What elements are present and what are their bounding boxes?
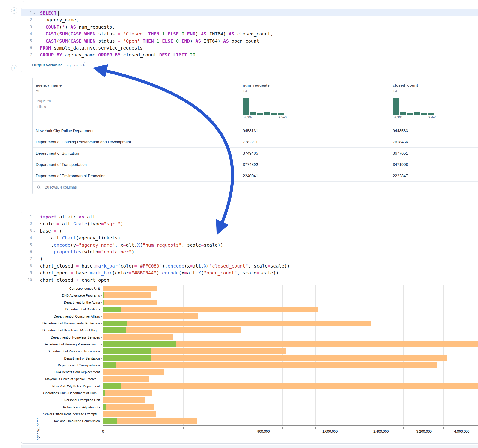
line-number: 6 [24, 44, 32, 51]
search-icon[interactable] [37, 185, 41, 190]
code-token: (y [70, 242, 76, 248]
code-token: ). [157, 270, 162, 276]
code-token: status [95, 38, 118, 44]
code-token: ORDER BY [98, 52, 120, 58]
gridline [462, 285, 462, 425]
code-token: import [40, 214, 57, 220]
code-token: (x [179, 270, 184, 276]
table-cell: Department of Sanitation [36, 148, 79, 159]
add-cell-button[interactable]: + [11, 7, 17, 14]
x-axis-tick [403, 427, 403, 429]
bar-closed-count [103, 355, 447, 361]
code-token: as [79, 214, 84, 220]
code-token: ( [59, 24, 62, 30]
gridline [453, 285, 453, 425]
y-axis-tick [101, 421, 102, 421]
code-token: COUNT [45, 24, 59, 30]
fold-chevron-icon[interactable]: ⌄ [32, 227, 36, 234]
line-number: 2 [24, 220, 32, 227]
table-cell: 9453131 [243, 125, 258, 137]
line-number: 3 [24, 227, 32, 234]
code-token: "open_count" [204, 270, 237, 276]
y-axis-label: Taxi and Limousine Commission [24, 419, 100, 423]
code-token: 1 [157, 38, 159, 44]
code-line: 6FROM sample_data.nyc.service_requests [21, 44, 478, 51]
divider [21, 59, 478, 59]
python-code-editor[interactable]: 1import altair as alt2scale = alt.Scale(… [21, 213, 478, 283]
y-axis-label: Mayorâ€ s Office of Special Enforce… [24, 377, 100, 381]
code-token [159, 31, 162, 37]
code-text: ) [36, 255, 43, 262]
code-token: "container" [101, 249, 132, 255]
y-axis-label: Senior Citizen Rent Increase Exempti… [24, 412, 100, 416]
code-token [40, 38, 45, 44]
table-row-count: 20 rows, 4 columns [45, 185, 77, 189]
line-number: 2 [24, 16, 32, 23]
x-axis-tick-label: 800,000 [257, 429, 270, 433]
code-text: CAST(SUM(CASE WHEN status = 'Closed' THE… [36, 31, 273, 37]
column-header[interactable]: closed_counti6453,3049.4e6 [393, 83, 436, 119]
code-token: INT64) [207, 31, 229, 37]
y-axis-tick [101, 316, 102, 317]
column-header[interactable]: agency_namestrunique: 20nulls: 0 [36, 83, 62, 109]
table-cell: New York City Police Department [36, 125, 93, 137]
code-token: 'Closed' [123, 31, 145, 37]
code-token: FROM [40, 45, 51, 51]
code-token: X [198, 270, 201, 276]
output-variable-pill[interactable]: agency_tickets [65, 62, 85, 68]
code-token: ELSE [162, 38, 173, 44]
sql-code-editor[interactable]: 1⌄SELECT2 agency_name,3 COUNT(*) AS num_… [21, 9, 478, 59]
fold-chevron-icon[interactable]: ⌄ [32, 9, 36, 16]
code-token: CAST [45, 38, 57, 44]
line-gutter: 4 [21, 234, 36, 241]
code-token: "agency_name" [79, 242, 115, 248]
code-line: 7) [21, 255, 478, 262]
code-token: X [137, 242, 140, 248]
code-token: AS [195, 38, 201, 44]
code-token: chart_closed [40, 263, 76, 269]
bar-closed-count [103, 404, 155, 410]
table-cell: 2240041 [243, 170, 258, 182]
code-line: 3⌄base = ( [21, 227, 478, 234]
code-token: ( [140, 242, 143, 248]
table-cell: Department of Transportation [36, 159, 87, 170]
add-cell-button[interactable]: + [11, 65, 17, 71]
histogram-bar [414, 112, 420, 115]
y-axis-tick [101, 302, 102, 303]
code-token: = [118, 38, 120, 44]
code-token: = [98, 249, 101, 255]
column-type: str [36, 89, 62, 93]
y-axis-title: agency_name [36, 417, 40, 440]
code-token: , scale [248, 263, 267, 269]
bar-closed-count [103, 369, 164, 375]
code-token: sample_data.nyc.service_requests [51, 45, 143, 51]
histogram-bar [421, 113, 427, 115]
code-token: alt [84, 214, 95, 220]
code-text: CAST(SUM(CASE WHEN status = 'Open' THEN … [36, 37, 259, 44]
line-gutter: 7 [21, 255, 36, 262]
code-token: scale)) [259, 270, 278, 276]
x-axis-tick [381, 427, 381, 429]
text-caret [58, 11, 59, 16]
x-axis-tick [462, 427, 462, 429]
line-number: 5 [24, 242, 32, 249]
code-token: = [76, 242, 79, 248]
x-axis-tick [357, 427, 357, 429]
column-header[interactable]: num_requestsi6453,3049.5e6 [243, 83, 287, 119]
bar-closed-count [103, 390, 152, 396]
line-gutter: 7 [21, 51, 36, 58]
code-token: ) [195, 31, 201, 37]
altair-bar-chart: Correspondence UnitDHS Advantage Program… [21, 279, 478, 443]
code-token: LIMIT [173, 52, 187, 58]
x-axis-tick [315, 427, 316, 429]
bar-open-count [103, 404, 106, 410]
code-line: 2scale = alt.Scale(type="sqrt") [21, 220, 478, 227]
code-token: INT64) [201, 38, 223, 44]
histogram-bar [393, 98, 399, 115]
code-token: base. [79, 263, 95, 269]
code-token: ( [57, 228, 62, 234]
line-number: 4 [24, 234, 32, 241]
bar-closed-count [103, 306, 318, 312]
code-token: = [201, 242, 204, 248]
code-line: 9chart_open = base.mark_bar(color="#8BC3… [21, 269, 478, 276]
